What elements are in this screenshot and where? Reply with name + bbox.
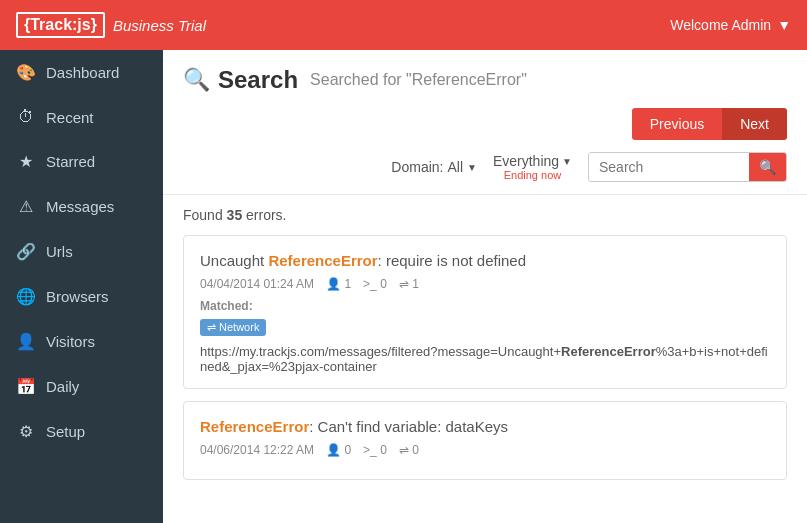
network-tag: ⇌ Network — [200, 319, 266, 336]
page-title-row: 🔍 Search Searched for "ReferenceError" — [183, 66, 787, 94]
main-layout: 🎨 Dashboard ⏱ Recent ★ Starred ⚠ Message… — [0, 50, 807, 523]
search-box: 🔍 — [588, 152, 787, 182]
error-meta: 04/04/2014 01:24 AM 👤 1 >_ 0 ⇌ 1 — [200, 277, 770, 291]
sidebar-item-setup[interactable]: ⚙ Setup — [0, 409, 163, 454]
search-submit-button[interactable]: 🔍 — [749, 153, 786, 181]
calendar-icon: 📅 — [16, 377, 36, 396]
search-input[interactable] — [589, 153, 749, 181]
search-submit-icon: 🔍 — [759, 159, 776, 175]
sidebar-label-messages: Messages — [46, 198, 114, 215]
sidebar: 🎨 Dashboard ⏱ Recent ★ Starred ⚠ Message… — [0, 50, 163, 523]
globe-icon: 🌐 — [16, 287, 36, 306]
sidebar-item-daily[interactable]: 📅 Daily — [0, 364, 163, 409]
error-type-link[interactable]: ReferenceError — [268, 252, 377, 269]
gear-icon: ⚙ — [16, 422, 36, 441]
logo-area: {Track:js} Business Trial — [16, 12, 206, 38]
error-type: ReferenceError — [268, 252, 377, 269]
sidebar-item-browsers[interactable]: 🌐 Browsers — [0, 274, 163, 319]
matched-url: https://my.trackjs.com/messages/filtered… — [200, 344, 770, 374]
error-card: ReferenceError: Can't find variable: dat… — [183, 401, 787, 480]
chevron-down-icon: ▼ — [777, 17, 791, 33]
ending-now-label: Ending now — [504, 169, 562, 181]
error-meta: 04/06/2014 12:22 AM 👤 0 >_ 0 ⇌ 0 — [200, 443, 770, 457]
error-js: >_ 0 — [363, 443, 387, 457]
star-icon: ★ — [16, 152, 36, 171]
error-type-link[interactable]: ReferenceError — [200, 418, 309, 435]
sidebar-label-daily: Daily — [46, 378, 79, 395]
error-title: Uncaught ReferenceError: require is not … — [200, 250, 770, 271]
error-users: 👤 1 — [326, 277, 351, 291]
page-title: Search — [218, 66, 298, 94]
sidebar-label-recent: Recent — [46, 109, 94, 126]
pagination-toolbar: Previous Next — [183, 108, 787, 140]
error-suffix: : require is not defined — [378, 252, 526, 269]
content-header: 🔍 Search Searched for "ReferenceError" P… — [163, 50, 807, 195]
matched-url-row: ⇌ Network https://my.trackjs.com/message… — [200, 319, 770, 374]
matched-label: Matched: — [200, 299, 770, 313]
error-prefix: Uncaught — [200, 252, 268, 269]
app-header: {Track:js} Business Trial Welcome Admin … — [0, 0, 807, 50]
next-button[interactable]: Next — [722, 108, 787, 140]
sidebar-label-starred: Starred — [46, 153, 95, 170]
sidebar-label-setup: Setup — [46, 423, 85, 440]
everything-caret-icon: ▼ — [562, 156, 572, 167]
link-icon: 🔗 — [16, 242, 36, 261]
everything-filter[interactable]: Everything ▼ Ending now — [493, 153, 572, 181]
error-type: ReferenceError — [200, 418, 309, 435]
brand-label: Business Trial — [113, 17, 206, 34]
user-menu[interactable]: Welcome Admin ▼ — [670, 17, 791, 33]
error-network: ⇌ 0 — [399, 443, 419, 457]
sidebar-label-dashboard: Dashboard — [46, 64, 119, 81]
error-date: 04/06/2014 12:22 AM — [200, 443, 314, 457]
domain-value: All — [447, 159, 463, 175]
sidebar-label-browsers: Browsers — [46, 288, 109, 305]
error-title: ReferenceError: Can't find variable: dat… — [200, 416, 770, 437]
user-label: Welcome Admin — [670, 17, 771, 33]
sidebar-item-visitors[interactable]: 👤 Visitors — [0, 319, 163, 364]
previous-button[interactable]: Previous — [632, 108, 722, 140]
error-suffix: : Can't find variable: dataKeys — [309, 418, 508, 435]
main-content: 🔍 Search Searched for "ReferenceError" P… — [163, 50, 807, 523]
domain-filter[interactable]: Domain: All ▼ — [391, 159, 477, 175]
search-icon: 🔍 — [183, 67, 210, 93]
search-query-text: Searched for "ReferenceError" — [310, 71, 527, 89]
results-count: Found 35 errors. — [183, 207, 787, 223]
error-js: >_ 0 — [363, 277, 387, 291]
recent-icon: ⏱ — [16, 108, 36, 126]
user-icon: 👤 — [16, 332, 36, 351]
sidebar-item-starred[interactable]: ★ Starred — [0, 139, 163, 184]
domain-caret-icon: ▼ — [467, 162, 477, 173]
sidebar-item-urls[interactable]: 🔗 Urls — [0, 229, 163, 274]
error-card: Uncaught ReferenceError: require is not … — [183, 235, 787, 389]
warning-icon: ⚠ — [16, 197, 36, 216]
results-section: Found 35 errors. Uncaught ReferenceError… — [163, 195, 807, 504]
sidebar-item-messages[interactable]: ⚠ Messages — [0, 184, 163, 229]
sidebar-label-visitors: Visitors — [46, 333, 95, 350]
logo-box: {Track:js} — [16, 12, 105, 38]
sidebar-item-recent[interactable]: ⏱ Recent — [0, 95, 163, 139]
error-network: ⇌ 1 — [399, 277, 419, 291]
error-users: 👤 0 — [326, 443, 351, 457]
sidebar-item-dashboard[interactable]: 🎨 Dashboard — [0, 50, 163, 95]
filters-row: Domain: All ▼ Everything ▼ Ending now 🔍 — [183, 152, 787, 182]
sidebar-label-urls: Urls — [46, 243, 73, 260]
everything-label: Everything ▼ — [493, 153, 572, 169]
domain-label: Domain: — [391, 159, 443, 175]
dashboard-icon: 🎨 — [16, 63, 36, 82]
error-date: 04/04/2014 01:24 AM — [200, 277, 314, 291]
